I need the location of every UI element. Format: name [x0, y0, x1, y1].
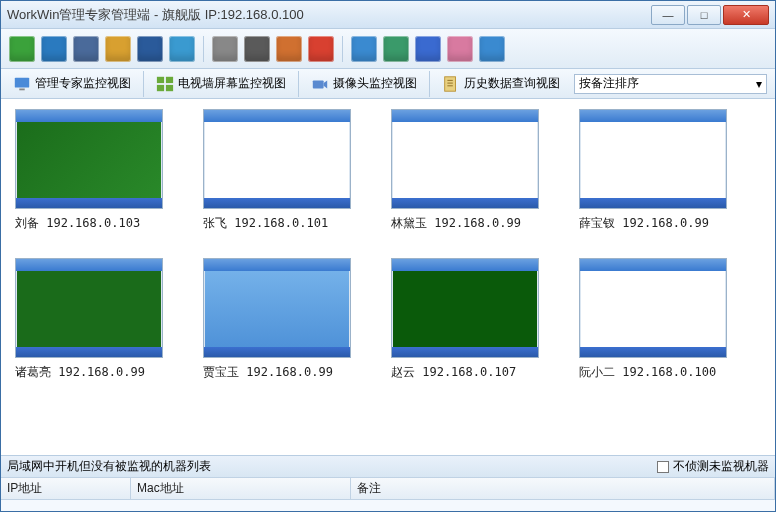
toolbar-button-9[interactable] [308, 36, 334, 62]
thumb-taskbar [16, 198, 162, 208]
window-controls: — □ ✕ [651, 5, 769, 25]
thumbnail-card[interactable]: 阮小二 192.168.0.100 [579, 258, 727, 381]
thumbnail-caption: 贾宝玉 192.168.0.99 [203, 364, 351, 381]
toolbar-button-13[interactable] [447, 36, 473, 62]
minimize-button[interactable]: — [651, 5, 685, 25]
checkbox-label: 不侦测未监视机器 [673, 458, 769, 475]
screenshot-thumbnail [579, 109, 727, 209]
thumbnail-caption: 林黛玉 192.168.0.99 [391, 215, 539, 232]
toolbar-button-11[interactable] [383, 36, 409, 62]
toolbar-icon [244, 36, 270, 62]
tab-label: 历史数据查询视图 [464, 75, 560, 92]
thumbnail-caption: 刘备 192.168.0.103 [15, 215, 163, 232]
toolbar-icon [73, 36, 99, 62]
toolbar-icon [212, 36, 238, 62]
tab-manager-monitor[interactable]: 管理专家监控视图 [9, 73, 135, 95]
toolbar-icon [308, 36, 334, 62]
wall-icon [156, 75, 174, 93]
toolbar-button-1[interactable] [41, 36, 67, 62]
maximize-button[interactable]: □ [687, 5, 721, 25]
screenshot-thumbnail [203, 258, 351, 358]
no-detect-checkbox[interactable]: 不侦测未监视机器 [657, 458, 769, 475]
thumbnail-caption: 张飞 192.168.0.101 [203, 215, 351, 232]
thumb-taskbar [580, 198, 726, 208]
svg-rect-7 [445, 76, 456, 90]
bottom-panel: 局域网中开机但没有被监视的机器列表 不侦测未监视机器 IP地址 Mac地址 备注 [1, 455, 775, 511]
main-toolbar [1, 29, 775, 69]
thumbnail-card[interactable]: 薛宝钗 192.168.0.99 [579, 109, 727, 232]
thumb-titlebar [392, 259, 538, 271]
toolbar-icon [9, 36, 35, 62]
screenshot-thumbnail [579, 258, 727, 358]
separator [342, 36, 343, 62]
titlebar: WorkWin管理专家管理端 - 旗舰版 IP:192.168.0.100 — … [1, 1, 775, 29]
content-area: 刘备 192.168.0.103张飞 192.168.0.101林黛玉 192.… [1, 99, 775, 455]
svg-rect-4 [157, 84, 164, 90]
checkbox-icon [657, 461, 669, 473]
chevron-down-icon: ▾ [756, 77, 762, 91]
svg-rect-3 [166, 76, 173, 82]
camera-icon [311, 75, 329, 93]
toolbar-icon [41, 36, 67, 62]
toolbar-button-8[interactable] [276, 36, 302, 62]
tab-tvwall-monitor[interactable]: 电视墙屏幕监控视图 [152, 73, 290, 95]
col-remark[interactable]: 备注 [351, 478, 775, 499]
toolbar-button-0[interactable] [9, 36, 35, 62]
thumbnail-card[interactable]: 刘备 192.168.0.103 [15, 109, 163, 232]
bottom-panel-header: 局域网中开机但没有被监视的机器列表 不侦测未监视机器 [1, 456, 775, 478]
close-button[interactable]: ✕ [723, 5, 769, 25]
thumb-taskbar [204, 198, 350, 208]
toolbar-icon [276, 36, 302, 62]
toolbar-icon [479, 36, 505, 62]
view-tabs-bar: 管理专家监控视图 电视墙屏幕监控视图 摄像头监控视图 历史数据查询视图 按备注排… [1, 69, 775, 99]
sort-value: 按备注排序 [579, 75, 639, 92]
col-ip[interactable]: IP地址 [1, 478, 131, 499]
thumbnail-card[interactable]: 诸葛亮 192.168.0.99 [15, 258, 163, 381]
toolbar-button-10[interactable] [351, 36, 377, 62]
separator [203, 36, 204, 62]
toolbar-icon [415, 36, 441, 62]
toolbar-icon [351, 36, 377, 62]
toolbar-icon [447, 36, 473, 62]
sort-dropdown[interactable]: 按备注排序 ▾ [574, 74, 767, 94]
toolbar-icon [383, 36, 409, 62]
toolbar-button-4[interactable] [137, 36, 163, 62]
svg-rect-1 [19, 88, 24, 90]
thumb-titlebar [580, 110, 726, 122]
screenshot-thumbnail [203, 109, 351, 209]
toolbar-button-12[interactable] [415, 36, 441, 62]
thumbnail-card[interactable]: 林黛玉 192.168.0.99 [391, 109, 539, 232]
toolbar-button-5[interactable] [169, 36, 195, 62]
thumb-taskbar [204, 347, 350, 357]
thumbnail-card[interactable]: 贾宝玉 192.168.0.99 [203, 258, 351, 381]
tab-history-query[interactable]: 历史数据查询视图 [438, 73, 564, 95]
thumbnail-card[interactable]: 张飞 192.168.0.101 [203, 109, 351, 232]
thumbnail-caption: 诸葛亮 192.168.0.99 [15, 364, 163, 381]
tab-camera-monitor[interactable]: 摄像头监控视图 [307, 73, 421, 95]
thumbnail-card[interactable]: 赵云 192.168.0.107 [391, 258, 539, 381]
thumb-titlebar [204, 110, 350, 122]
toolbar-button-14[interactable] [479, 36, 505, 62]
thumb-taskbar [16, 347, 162, 357]
app-window: WorkWin管理专家管理端 - 旗舰版 IP:192.168.0.100 — … [0, 0, 776, 512]
screenshot-thumbnail [15, 258, 163, 358]
toolbar-button-7[interactable] [244, 36, 270, 62]
toolbar-button-6[interactable] [212, 36, 238, 62]
col-mac[interactable]: Mac地址 [131, 478, 351, 499]
window-title: WorkWin管理专家管理端 - 旗舰版 IP:192.168.0.100 [7, 6, 651, 24]
monitor-icon [13, 75, 31, 93]
toolbar-button-3[interactable] [105, 36, 131, 62]
toolbar-button-2[interactable] [73, 36, 99, 62]
tab-label: 管理专家监控视图 [35, 75, 131, 92]
screenshot-thumbnail [391, 109, 539, 209]
thumb-titlebar [16, 259, 162, 271]
separator [143, 71, 144, 97]
history-icon [442, 75, 460, 93]
bottom-title: 局域网中开机但没有被监视的机器列表 [7, 458, 211, 475]
thumbnail-grid: 刘备 192.168.0.103张飞 192.168.0.101林黛玉 192.… [15, 109, 761, 381]
thumb-titlebar [580, 259, 726, 271]
svg-rect-0 [15, 77, 29, 87]
thumb-titlebar [204, 259, 350, 271]
thumb-taskbar [392, 198, 538, 208]
thumbnail-caption: 赵云 192.168.0.107 [391, 364, 539, 381]
